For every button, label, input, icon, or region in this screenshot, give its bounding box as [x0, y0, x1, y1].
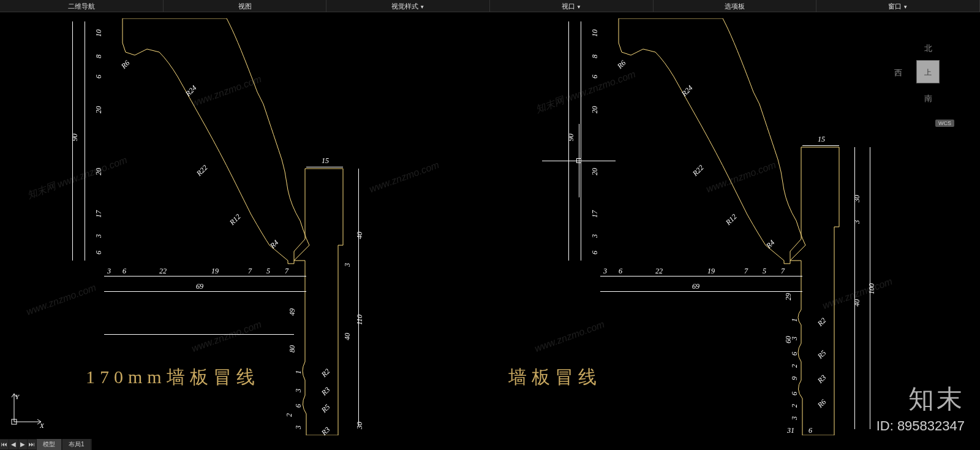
- viewcube-south[interactable]: 南: [924, 93, 932, 104]
- dim-value: 5: [763, 267, 766, 276]
- tab-model[interactable]: 模型: [37, 439, 61, 450]
- viewcube[interactable]: 北 西 南 上: [894, 43, 962, 110]
- dim-value: 69: [196, 282, 203, 291]
- dim-value: 6: [590, 75, 600, 78]
- dim-line: [306, 167, 343, 167]
- dim-value: 1: [790, 318, 799, 322]
- dim-value: 9: [790, 376, 799, 380]
- menu-viewport[interactable]: 视口▼: [490, 0, 654, 12]
- dim-value: 3: [790, 337, 799, 340]
- viewcube-north[interactable]: 北: [924, 43, 932, 54]
- dim-value: 2: [790, 364, 799, 368]
- dim-line: [104, 276, 306, 276]
- profile-right: [606, 18, 864, 438]
- dim-value: 19: [707, 267, 715, 276]
- dim-value: 3: [603, 267, 607, 276]
- dim-value: 30: [853, 195, 862, 202]
- dim-value: 8: [94, 55, 104, 58]
- drawing-title-right: 墙板冒线: [508, 365, 601, 390]
- dim-value: 19: [211, 267, 219, 276]
- dim-value: 29: [784, 293, 793, 300]
- layout-tab-bar: ⏮ ◀ ▶ ⏭ 模型 布局1: [0, 439, 92, 450]
- dim-value: 69: [692, 282, 699, 291]
- dim-value: 90: [567, 134, 576, 141]
- dim-value: 6: [590, 251, 600, 254]
- dim-value: 3: [294, 389, 303, 392]
- watermark: www.znzmo.com: [25, 282, 98, 318]
- menu-view[interactable]: 视图: [164, 0, 327, 12]
- dim-value: 17: [590, 210, 600, 218]
- dim-value: 3: [853, 220, 862, 224]
- dim-value: 22: [159, 267, 167, 276]
- dim-value: 6: [123, 267, 126, 276]
- dim-value: 10: [590, 29, 600, 37]
- menu-visual-style-label: 视觉样式: [391, 2, 418, 10]
- brand-watermark: 知末: [908, 382, 965, 416]
- dim-value: 110: [355, 315, 364, 325]
- dim-value: 20: [94, 168, 104, 175]
- chevron-down-icon: ▼: [576, 4, 581, 10]
- menu-window-label: 窗口: [888, 2, 902, 10]
- dim-line: [802, 145, 839, 146]
- dim-line: [104, 291, 306, 292]
- dim-value: 40: [355, 232, 364, 239]
- drawing-area[interactable]: 知末网 www.znzmo.com www.znzmo.com www.znzm…: [0, 12, 980, 438]
- watermark: www.znzmo.com: [368, 159, 441, 195]
- menubar: 二维导航 视图 视觉样式▼ 视口▼ 选项板 窗口▼: [0, 0, 980, 12]
- dim-value: 7: [744, 267, 748, 276]
- dim-value: 3: [790, 416, 799, 420]
- viewcube-face-top[interactable]: 上: [916, 60, 940, 83]
- dim-value: 20: [590, 168, 600, 175]
- dim-value: 30: [355, 422, 364, 429]
- tab-layout1[interactable]: 布局1: [62, 439, 91, 450]
- dim-value: 15: [818, 135, 825, 144]
- dim-value: 3: [107, 267, 111, 276]
- dim-value: 15: [322, 156, 329, 166]
- chevron-down-icon: ▼: [903, 4, 908, 10]
- dim-line: [581, 21, 581, 261]
- menu-visual-style[interactable]: 视觉样式▼: [326, 0, 490, 12]
- dim-value: 5: [266, 267, 270, 276]
- dim-value: 20: [590, 106, 600, 113]
- wcs-badge[interactable]: WCS: [935, 120, 954, 127]
- dim-value: 49: [288, 308, 297, 316]
- dim-value: 8: [590, 55, 600, 58]
- dim-value: 3: [343, 263, 352, 267]
- tab-nav-last[interactable]: ⏭: [28, 440, 36, 449]
- dim-value: 1: [294, 370, 303, 374]
- dim-value: 6: [809, 426, 812, 435]
- viewcube-west[interactable]: 西: [894, 67, 902, 78]
- ucs-x-label: X: [40, 422, 44, 429]
- dim-line: [568, 21, 569, 261]
- watermark: www.znzmo.com: [533, 319, 606, 354]
- dim-value: 31: [787, 426, 794, 435]
- dim-value: 80: [288, 345, 297, 353]
- dim-value: 20: [94, 106, 104, 113]
- dim-value: 6: [790, 392, 799, 395]
- dim-value: 2: [285, 413, 294, 417]
- tab-nav-first[interactable]: ⏮: [0, 440, 9, 449]
- dim-value: 3: [590, 234, 600, 238]
- menu-options-panel[interactable]: 选项板: [654, 0, 817, 12]
- dim-line: [72, 21, 73, 261]
- dim-value: 6: [94, 251, 104, 254]
- dim-line: [854, 147, 855, 429]
- dim-value: 10: [94, 29, 104, 37]
- dim-line: [85, 21, 85, 261]
- dim-value: 6: [790, 352, 799, 356]
- dim-value: 3: [294, 425, 303, 429]
- dim-line: [358, 169, 359, 426]
- tab-nav-prev[interactable]: ◀: [9, 440, 18, 449]
- menu-2d-nav[interactable]: 二维导航: [0, 0, 164, 12]
- menu-window[interactable]: 窗口▼: [816, 0, 980, 12]
- tab-nav-next[interactable]: ▶: [18, 440, 27, 449]
- dim-line: [600, 276, 802, 276]
- dim-line: [600, 291, 802, 292]
- dim-value: 7: [285, 267, 288, 276]
- dim-value: 100: [867, 283, 876, 294]
- id-watermark: ID: 895832347: [876, 418, 965, 434]
- dim-value: 6: [294, 404, 303, 408]
- dim-value: 22: [655, 267, 663, 276]
- dim-value: 17: [94, 210, 104, 218]
- ucs-y-label: Y: [15, 393, 19, 400]
